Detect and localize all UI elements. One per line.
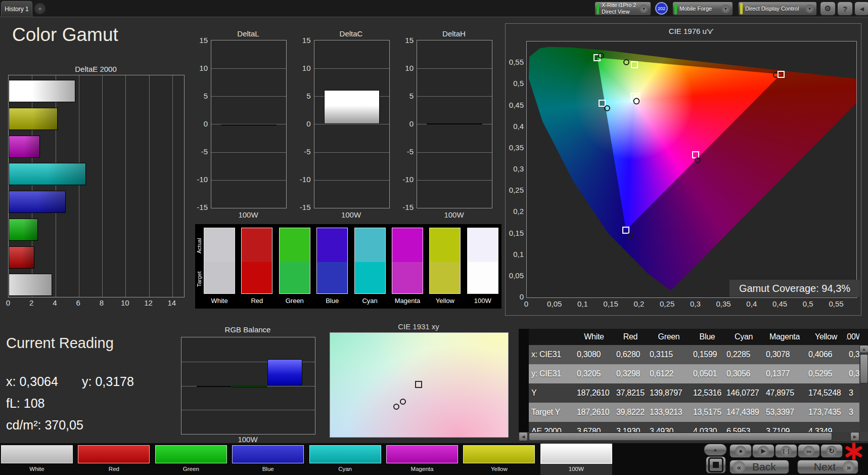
compare-swatch-label: Cyan — [351, 297, 389, 305]
pattern-tab-red[interactable]: Red — [78, 443, 150, 475]
meter-mode: Direct View — [602, 9, 637, 15]
cell: 0,1599 — [691, 345, 724, 364]
compare-swatch-red — [241, 228, 272, 294]
cell: 39,8222 — [614, 403, 647, 422]
table-row[interactable]: x: CIE310,30800,62800,31150,15990,22850,… — [519, 345, 868, 364]
deltaC-bar-100w — [324, 90, 380, 124]
pattern-tab-white[interactable]: White — [1, 443, 73, 475]
step-button[interactable]: [··] — [775, 444, 797, 458]
vertical-scrollbar[interactable]: ▲ — [859, 345, 868, 432]
compare-swatch-blue — [316, 228, 348, 294]
x-tick-label: 4 — [53, 298, 57, 307]
pattern-tab-label: Yellow — [463, 466, 535, 472]
pattern-tab-green[interactable]: Green — [155, 443, 227, 475]
scroll-right-button[interactable]: ▶ — [850, 432, 859, 441]
x-category-label: 100W — [444, 210, 464, 219]
history-tab[interactable]: History 1 — [1, 1, 32, 17]
column-header-red: Red — [614, 329, 647, 345]
loop-button[interactable]: ∞ — [798, 444, 820, 458]
target-color — [280, 262, 310, 293]
y-tick-label: 15 — [397, 36, 414, 45]
compare-swatch-white — [204, 228, 235, 294]
y-tick-label: 0,2 — [507, 207, 524, 215]
x-tick-label: 0,5 — [803, 299, 813, 308]
gridline — [211, 152, 286, 153]
row-label-target: Target — [196, 263, 203, 296]
scroll-left-button[interactable]: ◀ — [519, 432, 528, 441]
repeat-button[interactable]: ↻ — [820, 444, 843, 458]
marker-white-target — [415, 381, 422, 388]
reading-cdm2: cd/m²: 370,05 — [6, 418, 83, 433]
delta-e-plot — [8, 75, 185, 297]
source-dropdown[interactable]: Mobile Forge ▼ — [672, 2, 733, 16]
cell: 133,9213 — [647, 403, 691, 422]
pattern-tab-blue[interactable]: Blue — [232, 443, 304, 475]
row-black-cell — [519, 383, 529, 403]
pattern-tab-magenta[interactable]: Magenta — [386, 443, 458, 475]
gamut-coverage-label: Gamut Coverage: 94,3% — [729, 280, 860, 297]
cell: 0,6122 — [647, 364, 691, 383]
cell: 0,3078 — [763, 345, 806, 364]
chevrons-right-icon: » — [843, 461, 855, 473]
pattern-tab-label: 100W — [540, 466, 612, 472]
results-table[interactable]: WhiteRedGreenBlueCyanMagentaYellow100Wx:… — [519, 329, 868, 443]
play-button[interactable]: ▶ — [752, 444, 774, 458]
deltaL-bar-100w — [221, 124, 277, 125]
next-button[interactable]: Next » — [797, 460, 858, 474]
horizontal-scrollbar[interactable]: ◀▶ — [519, 432, 859, 441]
marker-yellow-actual — [623, 59, 629, 65]
x-tick-label: 0,3 — [690, 299, 701, 308]
top-bar: History 1 + X-Rite i1Pro 2 Direct View ▼… — [0, 0, 868, 17]
column-header-yellow: Yellow — [806, 329, 846, 345]
table-header-row: WhiteRedGreenBlueCyanMagentaYellow100W — [519, 329, 868, 345]
meter-count-badge[interactable]: 202 — [655, 2, 668, 15]
table-row[interactable]: y: CIE310,32050,32980,61220,05010,30560,… — [519, 364, 868, 383]
scroll-thumb[interactable] — [860, 354, 868, 383]
help-button[interactable]: ? — [837, 2, 853, 16]
pattern-swatch — [463, 445, 535, 463]
expand-panel-button[interactable]: ▲ — [704, 444, 727, 456]
settings-button[interactable]: ⚙ — [820, 2, 836, 16]
cell: 0,1377 — [763, 364, 806, 383]
table-row[interactable]: Target Y187,261039,8222133,921313,517514… — [519, 403, 868, 422]
meter-dropdown[interactable]: X-Rite i1Pro 2 Direct View ▼ — [595, 2, 651, 16]
row-label-actual: Actual — [196, 229, 203, 263]
pattern-generator-dropdown[interactable]: Direct Display Control ▼ — [738, 2, 817, 16]
back-button[interactable]: « Back — [729, 460, 789, 474]
play-icon: ▶ — [761, 448, 765, 454]
deltaC-plot — [314, 40, 390, 208]
table-row[interactable]: Y187,261037,8215139,879712,5316146,07274… — [519, 383, 868, 403]
pattern-swatch — [386, 445, 458, 463]
scroll-up-button[interactable]: ▲ — [859, 345, 868, 353]
pattern-tab-yellow[interactable]: Yellow — [463, 443, 535, 475]
pattern-swatch — [309, 445, 381, 463]
x-tick-label: 0 — [524, 299, 528, 308]
rgb-x-label: 100W — [238, 435, 257, 444]
gridline — [417, 96, 492, 97]
y-tick-label: 10 — [397, 64, 414, 72]
deltae-bar-cyan — [9, 163, 86, 185]
gridline — [149, 75, 150, 297]
pattern-swatch — [155, 445, 227, 463]
meter-status-accent — [597, 3, 599, 14]
pattern-window-button[interactable] — [706, 456, 726, 473]
compare-swatch-label: Yellow — [426, 297, 464, 305]
y-tick-label: 0 — [397, 119, 414, 128]
y-tick-label: -15 — [295, 203, 311, 211]
pattern-tab-100w[interactable]: 100W — [540, 443, 612, 475]
marker-red-target — [778, 71, 785, 78]
gear-icon: ⚙ — [825, 4, 831, 13]
add-tab-button[interactable]: + — [34, 3, 45, 14]
collapse-panel-button[interactable]: ◀ — [854, 2, 868, 16]
target-color — [317, 262, 347, 293]
row-black-cell — [519, 403, 529, 422]
scroll-thumb[interactable] — [529, 433, 832, 441]
gridline — [125, 75, 126, 297]
marker-cyan-actual — [604, 105, 610, 111]
deltae-bar-white — [9, 80, 75, 102]
stop-button[interactable]: ■ — [729, 444, 752, 458]
gridline — [79, 75, 79, 297]
cell: 47,8975 — [763, 383, 806, 403]
pattern-tab-cyan[interactable]: Cyan — [309, 443, 381, 475]
column-header-100w: 100W — [846, 329, 859, 345]
